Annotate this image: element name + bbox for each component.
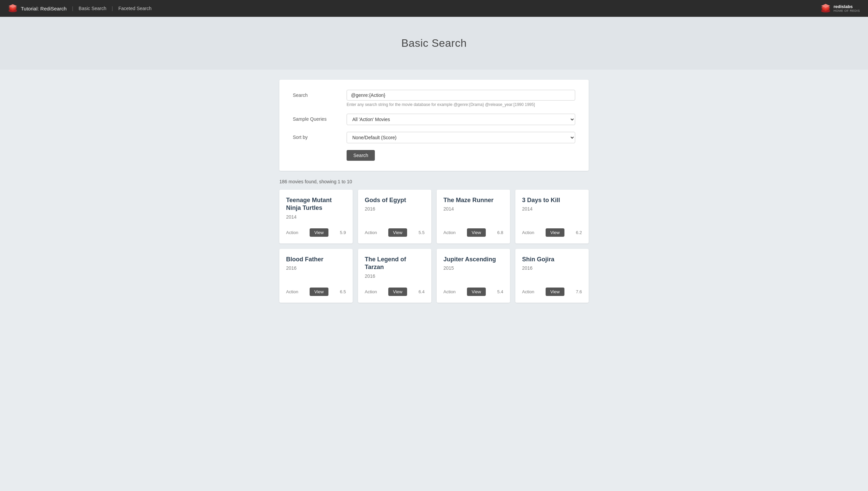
movie-year: 2015 bbox=[443, 265, 503, 271]
navbar: Tutorial: RediSearch | Basic Search | Fa… bbox=[0, 0, 868, 17]
sort-wrap: None/Default (Score) Title A-Z Title Z-A… bbox=[347, 132, 575, 143]
movie-view-button[interactable]: View bbox=[546, 288, 564, 296]
search-row: Search Enter any search string for the m… bbox=[293, 90, 575, 107]
movie-year: 2016 bbox=[522, 265, 582, 271]
movie-view-button[interactable]: View bbox=[310, 228, 328, 237]
movie-view-button[interactable]: View bbox=[467, 228, 486, 237]
navbar-brand: Tutorial: RediSearch bbox=[8, 4, 66, 13]
movie-title: Blood Father bbox=[286, 256, 346, 263]
movie-title: Shin Gojira bbox=[522, 256, 582, 263]
movie-score: 6.2 bbox=[576, 230, 582, 235]
navbar-divider-1: | bbox=[72, 6, 73, 11]
movie-card: Blood Father 2016 Action View 6.5 bbox=[279, 249, 353, 303]
movie-footer: Action View 5.5 bbox=[365, 228, 425, 237]
main-content: Search Enter any search string for the m… bbox=[273, 69, 595, 313]
movie-title: 3 Days to Kill bbox=[522, 196, 582, 204]
movie-genre: Action bbox=[443, 230, 455, 235]
redislabs-name: redislabs bbox=[833, 4, 860, 9]
movie-footer: Action View 6.8 bbox=[443, 228, 503, 237]
movie-score: 6.8 bbox=[497, 230, 503, 235]
movie-title: Jupiter Ascending bbox=[443, 256, 503, 263]
movie-genre: Action bbox=[286, 230, 298, 235]
movie-card: 3 Days to Kill 2014 Action View 6.2 bbox=[515, 190, 589, 243]
sort-select[interactable]: None/Default (Score) Title A-Z Title Z-A… bbox=[347, 132, 575, 143]
movie-score: 5.4 bbox=[497, 289, 503, 294]
movie-genre: Action bbox=[365, 230, 377, 235]
movie-score: 6.4 bbox=[419, 289, 425, 294]
movie-card: The Maze Runner 2014 Action View 6.8 bbox=[437, 190, 510, 243]
movie-view-button[interactable]: View bbox=[546, 228, 564, 237]
movie-year: 2014 bbox=[286, 214, 346, 220]
movie-genre: Action bbox=[365, 289, 377, 294]
search-input-wrap: Enter any search string for the movie da… bbox=[347, 90, 575, 107]
redis-icon bbox=[8, 4, 18, 13]
movie-title: The Legend of Tarzan bbox=[365, 256, 425, 271]
movie-score: 6.5 bbox=[340, 289, 346, 294]
search-input[interactable] bbox=[347, 90, 575, 100]
search-label: Search bbox=[293, 90, 347, 98]
hero-section: Basic Search bbox=[0, 17, 868, 69]
movie-year: 2014 bbox=[522, 206, 582, 211]
movie-view-button[interactable]: View bbox=[310, 288, 328, 296]
movie-grid: Teenage Mutant Ninja Turtles 2014 Action… bbox=[279, 190, 589, 303]
movie-footer: Action View 6.5 bbox=[286, 288, 346, 296]
sample-queries-select[interactable]: All 'Action' Movies All 'Drama' Movies A… bbox=[347, 114, 575, 125]
search-hint: Enter any search string for the movie da… bbox=[347, 102, 575, 107]
movie-card: Shin Gojira 2016 Action View 7.6 bbox=[515, 249, 589, 303]
movie-score: 5.9 bbox=[340, 230, 346, 235]
sort-row: Sort by None/Default (Score) Title A-Z T… bbox=[293, 132, 575, 143]
movie-year: 2016 bbox=[286, 265, 346, 271]
movie-card: Teenage Mutant Ninja Turtles 2014 Action… bbox=[279, 190, 353, 243]
redislabs-text: redislabs HOME OF REDIS bbox=[833, 4, 860, 13]
navbar-divider-2: | bbox=[112, 6, 113, 11]
sort-label: Sort by bbox=[293, 132, 347, 140]
movie-card: Gods of Egypt 2016 Action View 5.5 bbox=[358, 190, 431, 243]
movie-view-button[interactable]: View bbox=[388, 228, 407, 237]
navbar-link-faceted-search[interactable]: Faceted Search bbox=[118, 6, 152, 11]
navbar-link-basic-search[interactable]: Basic Search bbox=[79, 6, 106, 11]
movie-year: 2014 bbox=[443, 206, 503, 211]
movie-footer: Action View 7.6 bbox=[522, 288, 582, 296]
redislabs-icon bbox=[820, 3, 831, 13]
movie-card: Jupiter Ascending 2015 Action View 5.4 bbox=[437, 249, 510, 303]
results-info: 186 movies found, showing 1 to 10 bbox=[279, 179, 589, 184]
redislabs-subtitle: HOME OF REDIS bbox=[833, 9, 860, 13]
movie-view-button[interactable]: View bbox=[467, 288, 486, 296]
movie-year: 2016 bbox=[365, 206, 425, 211]
search-panel: Search Enter any search string for the m… bbox=[279, 80, 589, 171]
movie-genre: Action bbox=[443, 289, 455, 294]
sample-queries-label: Sample Queries bbox=[293, 114, 347, 122]
movie-genre: Action bbox=[286, 289, 298, 294]
movie-genre: Action bbox=[522, 230, 534, 235]
movie-genre: Action bbox=[522, 289, 534, 294]
sample-queries-wrap: All 'Action' Movies All 'Drama' Movies A… bbox=[347, 114, 575, 125]
movie-footer: Action View 6.4 bbox=[365, 288, 425, 296]
movie-title: The Maze Runner bbox=[443, 196, 503, 204]
movie-view-button[interactable]: View bbox=[388, 288, 407, 296]
movie-card: The Legend of Tarzan 2016 Action View 6.… bbox=[358, 249, 431, 303]
movie-title: Gods of Egypt bbox=[365, 196, 425, 204]
movie-footer: Action View 6.2 bbox=[522, 228, 582, 237]
movie-score: 7.6 bbox=[576, 289, 582, 294]
navbar-left: Tutorial: RediSearch | Basic Search | Fa… bbox=[8, 4, 152, 13]
redislabs-logo: redislabs HOME OF REDIS bbox=[820, 3, 860, 13]
navbar-right: redislabs HOME OF REDIS bbox=[820, 3, 860, 13]
movie-footer: Action View 5.4 bbox=[443, 288, 503, 296]
movie-year: 2016 bbox=[365, 273, 425, 279]
search-button[interactable]: Search bbox=[347, 150, 375, 161]
page-title: Basic Search bbox=[7, 37, 861, 50]
movie-title: Teenage Mutant Ninja Turtles bbox=[286, 196, 346, 212]
sample-queries-row: Sample Queries All 'Action' Movies All '… bbox=[293, 114, 575, 125]
movie-score: 5.5 bbox=[419, 230, 425, 235]
movie-footer: Action View 5.9 bbox=[286, 228, 346, 237]
navbar-title: Tutorial: RediSearch bbox=[21, 6, 66, 11]
